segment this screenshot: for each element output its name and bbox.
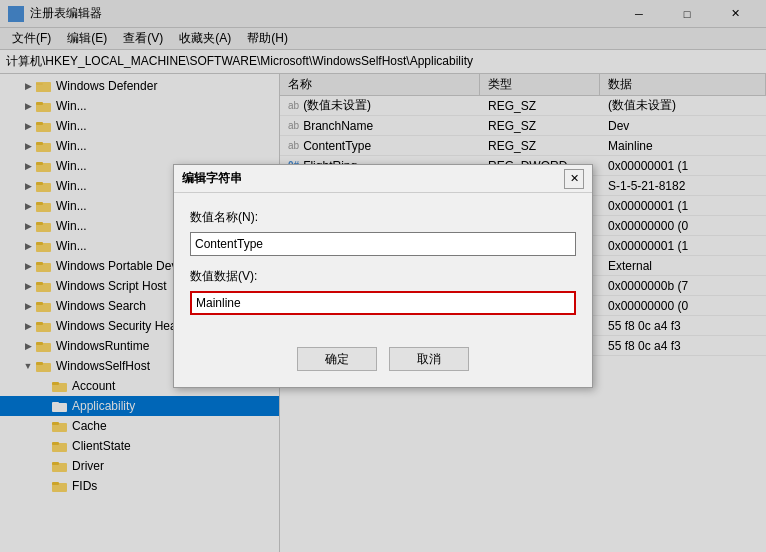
value-input[interactable] (190, 291, 576, 315)
modal-overlay: 编辑字符串 ✕ 数值名称(N): 数值数据(V): 确定 取消 (0, 0, 766, 552)
modal-title: 编辑字符串 (182, 170, 564, 187)
modal-body: 数值名称(N): 数值数据(V): (174, 193, 592, 343)
cancel-button[interactable]: 取消 (389, 347, 469, 371)
modal-footer: 确定 取消 (174, 343, 592, 387)
name-label: 数值名称(N): (190, 209, 576, 226)
data-label: 数值数据(V): (190, 268, 576, 285)
ok-button[interactable]: 确定 (297, 347, 377, 371)
modal-close-button[interactable]: ✕ (564, 169, 584, 189)
edit-string-modal: 编辑字符串 ✕ 数值名称(N): 数值数据(V): 确定 取消 (173, 164, 593, 388)
name-input[interactable] (190, 232, 576, 256)
modal-title-bar: 编辑字符串 ✕ (174, 165, 592, 193)
